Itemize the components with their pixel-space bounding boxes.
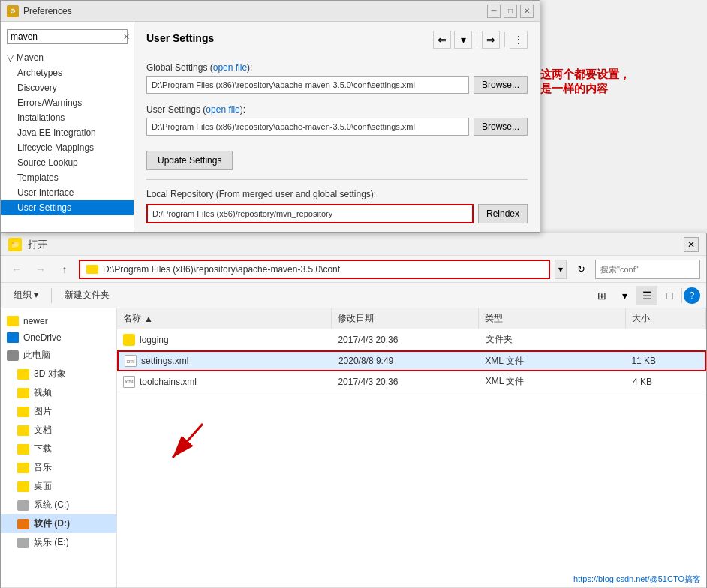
more-button[interactable]: ⋮ [510, 31, 528, 49]
sidebar-item-errors-warnings[interactable]: Errors/Warnings [1, 95, 134, 110]
global-open-file-link[interactable]: open file [213, 62, 247, 73]
maven-label: Maven [17, 52, 44, 63]
new-folder-button[interactable]: 新建文件夹 [58, 285, 116, 305]
col-header-size[interactable]: 大小 [626, 308, 706, 328]
file-date-settings: 2020/8/8 9:49 [332, 352, 479, 369]
search-input[interactable] [11, 32, 123, 42]
file-row-logging[interactable]: logging 2017/4/3 20:36 文件夹 [117, 329, 706, 350]
tree-item-e-drive[interactable]: 娱乐 (E:) [1, 533, 116, 552]
preferences-sidebar: ✕ ▽ Maven Archetypes Discovery Errors/Wa… [1, 22, 134, 232]
annotation-arrow-container [158, 416, 218, 471]
file-date-logging: 2017/4/3 20:36 [332, 332, 479, 348]
view-details-button[interactable]: ☰ [636, 286, 657, 305]
tree-item-3d[interactable]: 3D 对象 [1, 364, 116, 383]
reindex-button[interactable]: Reindex [478, 204, 528, 224]
global-settings-path-input[interactable] [146, 76, 469, 94]
tree-item-downloads[interactable]: 下载 [1, 440, 116, 458]
explorer-addressbar: ← → ↑ D:\Program Files (x86)\repository\… [1, 256, 706, 283]
search-clear-button[interactable]: ✕ [123, 32, 130, 42]
tree-item-d-drive[interactable]: 软件 (D:) [1, 514, 116, 533]
sidebar-item-lifecycle[interactable]: Lifecycle Mappings [1, 140, 134, 155]
explorer-titlebar-controls: ✕ [684, 237, 699, 252]
sidebar-item-user-interface[interactable]: User Interface [1, 185, 134, 200]
view-preview-button[interactable]: □ [659, 286, 680, 305]
user-open-file-link[interactable]: open file [206, 104, 239, 115]
folder-icon-onedrive [7, 332, 19, 343]
folder-icon-docs [17, 425, 29, 436]
refresh-button[interactable]: ↻ [571, 260, 591, 279]
folder-icon-newer [7, 316, 19, 326]
sidebar-item-java-ee[interactable]: Java EE Integration [1, 125, 134, 140]
folder-icon-logging [123, 334, 135, 346]
global-browse-button[interactable]: Browse... [474, 76, 528, 94]
organize-button[interactable]: 组织 ▾ [7, 285, 45, 305]
back-button[interactable]: ⇐ [433, 31, 451, 49]
tree-item-desktop[interactable]: 桌面 [1, 477, 116, 496]
sidebar-item-installations[interactable]: Installations [1, 110, 134, 125]
dropdown-button[interactable]: ▾ [454, 31, 472, 49]
user-settings-path-input[interactable] [146, 118, 469, 136]
sidebar-item-templates[interactable]: Templates [1, 170, 134, 185]
user-browse-button[interactable]: Browse... [474, 118, 528, 136]
svg-line-1 [173, 424, 203, 458]
view-controls: ⊞ ▾ ☰ □ ? [591, 286, 700, 305]
maximize-button[interactable]: □ [504, 4, 517, 18]
col-header-name[interactable]: 名称 ▲ [117, 308, 332, 328]
section-separator [146, 179, 528, 180]
back-nav-button[interactable]: ← [7, 260, 26, 279]
drive-icon-d [17, 519, 29, 530]
file-name-logging: logging [117, 331, 332, 349]
sort-arrow: ▲ [144, 314, 153, 324]
file-date-toolchains: 2017/4/3 20:36 [332, 374, 479, 390]
search-explorer-input[interactable] [600, 265, 704, 274]
sidebar-item-discovery[interactable]: Discovery [1, 80, 134, 95]
sidebar-item-archetypes[interactable]: Archetypes [1, 65, 134, 80]
folder-icon-video [17, 388, 29, 398]
file-row-toolchains-xml[interactable]: xml toolchains.xml 2017/4/3 20:36 XML 文件… [117, 371, 706, 392]
folder-icon-downloads [17, 444, 29, 454]
address-bar[interactable]: D:\Program Files (x86)\repository\apache… [79, 260, 550, 279]
view-change-button[interactable]: ⊞ [591, 286, 612, 305]
tree-item-c-drive[interactable]: 系统 (C:) [1, 496, 116, 514]
tree-item-newer[interactable]: newer [1, 313, 116, 329]
explorer-close-button[interactable]: ✕ [684, 237, 699, 252]
sidebar-item-user-settings[interactable]: User Settings [1, 200, 134, 215]
xml-icon-settings: xml [125, 355, 137, 367]
preferences-toolbar: ⇐ ▾ ⇒ ⋮ [433, 31, 528, 49]
drive-icon-e [17, 538, 29, 548]
local-repo-path-input[interactable] [146, 204, 474, 224]
tree-item-docs[interactable]: 文档 [1, 421, 116, 440]
view-list-button[interactable]: ▾ [614, 286, 635, 305]
file-row-settings-xml[interactable]: xml settings.xml 2020/8/8 9:49 XML 文件 11… [117, 350, 706, 371]
update-settings-button[interactable]: Update Settings [146, 151, 233, 170]
toolbar-sep1 [51, 288, 52, 303]
global-settings-row: Browse... [146, 76, 528, 94]
tree-item-pictures[interactable]: 图片 [1, 402, 116, 421]
address-folder-icon [86, 265, 98, 274]
tree-item-onedrive[interactable]: OneDrive [1, 329, 116, 346]
folder-icon-pictures [17, 406, 29, 417]
explorer-toolbar: 组织 ▾ 新建文件夹 ⊞ ▾ ☰ □ ? [1, 283, 706, 308]
col-header-date[interactable]: 修改日期 [332, 308, 479, 328]
toolbar-separator2 [504, 32, 505, 47]
tree-item-computer[interactable]: 此电脑 [1, 346, 116, 364]
explorer-title-left: 📁 打开 [8, 238, 47, 251]
help-button[interactable]: ? [684, 287, 700, 304]
tree-item-video[interactable]: 视频 [1, 383, 116, 402]
computer-icon [7, 350, 19, 361]
sidebar-item-source-lookup[interactable]: Source Lookup [1, 155, 134, 170]
file-name-toolchains: xml toolchains.xml [117, 373, 332, 391]
folder-icon-3d [17, 369, 29, 380]
address-dropdown-button[interactable]: ▾ [555, 260, 567, 279]
sidebar-section-maven: ▽ Maven Archetypes Discovery Errors/Warn… [1, 50, 134, 215]
preferences-body: ✕ ▽ Maven Archetypes Discovery Errors/Wa… [1, 22, 540, 232]
close-button[interactable]: ✕ [520, 4, 534, 18]
minimize-button[interactable]: ─ [487, 4, 501, 18]
file-type-logging: 文件夹 [480, 330, 627, 349]
forward-nav-button[interactable]: → [31, 260, 50, 279]
col-header-type[interactable]: 类型 [479, 308, 626, 328]
sidebar-item-maven[interactable]: ▽ Maven [1, 50, 134, 65]
forward-button[interactable]: ⇒ [482, 31, 500, 49]
up-nav-button[interactable]: ↑ [55, 260, 74, 279]
tree-item-music[interactable]: 音乐 [1, 458, 116, 477]
